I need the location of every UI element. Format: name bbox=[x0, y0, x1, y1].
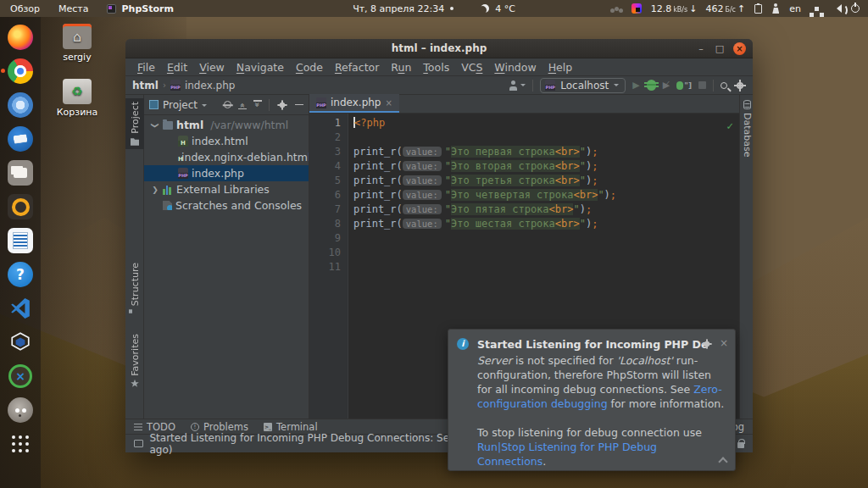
search-everywhere-icon[interactable] bbox=[721, 82, 727, 89]
breadcrumb-root[interactable]: html bbox=[132, 80, 159, 92]
tree-item-name: Scratches and Consoles bbox=[175, 199, 302, 212]
tree-item-index-html[interactable]: index.html bbox=[144, 133, 309, 149]
debug-bug-icon bbox=[676, 81, 683, 90]
locate-file-icon[interactable] bbox=[224, 101, 231, 108]
app-indicator-icon[interactable] bbox=[632, 3, 642, 14]
code-token: ; bbox=[592, 218, 598, 230]
stop-button[interactable] bbox=[698, 81, 706, 89]
dock-item-chrome[interactable] bbox=[3, 58, 37, 85]
code-token: print_r( bbox=[353, 203, 403, 215]
run-button[interactable]: ▶ bbox=[632, 80, 639, 91]
tree-chevron-icon[interactable]: ❯ bbox=[151, 186, 159, 194]
dock-item-firefox[interactable] bbox=[3, 24, 37, 51]
code-token: print_r( bbox=[353, 189, 403, 201]
dock-item-writer[interactable] bbox=[3, 227, 37, 254]
menu-window[interactable]: Window bbox=[489, 59, 541, 75]
clock-menu[interactable]: Чт, 8 апреля 22:34 4 °C bbox=[353, 3, 515, 14]
database-icon bbox=[743, 100, 751, 109]
workspaces-icon[interactable] bbox=[615, 7, 619, 11]
toolwindow-tab-project[interactable]: Project bbox=[125, 98, 144, 149]
tree-item-index-nginx-debian-html[interactable]: index.nginx-debian.html bbox=[144, 149, 309, 165]
user-profile-button[interactable] bbox=[509, 80, 526, 91]
dock-item-rhythmbox[interactable] bbox=[3, 193, 37, 220]
notification-link[interactable]: Run|Stop Listening for PHP Debug Connect… bbox=[477, 441, 657, 468]
volume-icon[interactable] bbox=[832, 4, 842, 13]
tree-item-index-php[interactable]: index.php bbox=[144, 165, 309, 181]
menu-vcs[interactable]: VCS bbox=[456, 59, 487, 75]
keyboard-layout-indicator[interactable]: en bbox=[789, 3, 801, 14]
lock-icon[interactable] bbox=[737, 442, 744, 448]
code-token: <br> bbox=[555, 146, 580, 158]
tree-item-html[interactable]: ❯html/var/www/html bbox=[144, 117, 309, 133]
dock-item-vscode[interactable] bbox=[3, 295, 37, 322]
dock-item-remmina[interactable]: × bbox=[3, 363, 37, 390]
toolwindow-button-terminal[interactable]: Terminal bbox=[264, 421, 318, 433]
toolwindow-tab-favorites[interactable]: Favorites bbox=[125, 330, 144, 391]
tree-item-scratches-and-consoles[interactable]: Scratches and Consoles bbox=[144, 197, 309, 214]
activities-button[interactable]: Обзор bbox=[10, 3, 40, 14]
expand-all-icon[interactable] bbox=[238, 100, 247, 109]
toolwindow-button-problems[interactable]: Problems bbox=[191, 421, 248, 433]
accessibility-icon[interactable] bbox=[771, 3, 780, 14]
close-tab-icon[interactable]: × bbox=[385, 98, 392, 108]
dock-item-thunderbird[interactable] bbox=[3, 125, 37, 152]
hide-panel-icon[interactable] bbox=[295, 104, 303, 106]
menu-view[interactable]: View bbox=[194, 59, 230, 75]
network-icon[interactable] bbox=[815, 7, 819, 11]
breadcrumb-file[interactable]: index.php bbox=[185, 80, 235, 92]
desktop-icon-home[interactable]: sergiy bbox=[45, 24, 109, 63]
dock-item-help[interactable]: ? bbox=[3, 261, 37, 288]
dock-item-gimp[interactable] bbox=[3, 396, 37, 424]
tree-item-name: html bbox=[176, 119, 203, 131]
menu-run[interactable]: Run bbox=[386, 59, 416, 75]
home-folder-icon bbox=[63, 24, 92, 49]
ubuntu-dock: ?× bbox=[0, 17, 41, 488]
close-button[interactable]: × bbox=[733, 42, 746, 55]
code-token: Это третья строка bbox=[451, 175, 555, 186]
net-speed-indicator[interactable]: 12.8 kB/s ↓ 462 Б/c ↑ bbox=[651, 3, 746, 14]
places-menu[interactable]: Места bbox=[58, 3, 88, 14]
run-configuration-select[interactable]: Localhost bbox=[540, 78, 626, 93]
toolwindow-tab-database[interactable]: Database bbox=[740, 100, 754, 158]
menu-tools[interactable]: Tools bbox=[418, 59, 454, 75]
code-token: Это вторая строка bbox=[451, 160, 555, 172]
maximize-button[interactable]: □ bbox=[715, 44, 725, 53]
settings-gear-icon[interactable] bbox=[734, 80, 746, 92]
dock-item-files[interactable] bbox=[3, 159, 37, 186]
dock-item-virtualbox[interactable] bbox=[3, 329, 37, 356]
menu-file[interactable]: File bbox=[132, 59, 160, 75]
menu-edit[interactable]: Edit bbox=[162, 59, 192, 75]
toolwindow-tab-structure[interactable]: Structure bbox=[125, 259, 144, 321]
collapse-all-icon[interactable] bbox=[253, 100, 262, 109]
project-panel-header: Project bbox=[144, 95, 309, 115]
chevron-down-icon bbox=[202, 104, 207, 109]
desktop-icon-trash[interactable]: Корзина bbox=[45, 79, 109, 118]
minimize-button[interactable]: – bbox=[696, 44, 706, 53]
menu-help[interactable]: Help bbox=[543, 59, 578, 75]
listen-php-debug-button[interactable]: "] bbox=[676, 81, 692, 90]
clipboard-indicator-icon[interactable] bbox=[754, 4, 762, 14]
app-menu[interactable]: PhpStorm bbox=[107, 3, 173, 14]
notification-close-icon[interactable]: × bbox=[720, 336, 728, 351]
panel-settings-gear-icon[interactable] bbox=[277, 100, 287, 109]
tree-chevron-icon[interactable]: ❯ bbox=[151, 121, 159, 130]
toolwindow-toggle-icon[interactable] bbox=[134, 440, 143, 447]
info-icon: i bbox=[457, 338, 469, 350]
menu-code[interactable]: Code bbox=[291, 59, 328, 75]
menu-refactor[interactable]: Refactor bbox=[330, 59, 384, 75]
line-number: 5 bbox=[309, 174, 341, 188]
project-view-select[interactable]: Project bbox=[163, 99, 198, 111]
menu-navigate[interactable]: Navigate bbox=[231, 59, 289, 75]
chevron-down-icon bbox=[614, 84, 619, 89]
run-with-coverage-button[interactable]: ▶̸ bbox=[663, 80, 670, 91]
editor-tab-indexphp[interactable]: index.php × bbox=[309, 94, 399, 113]
dock-item-appgrid[interactable] bbox=[3, 430, 37, 458]
window-titlebar[interactable]: html – index.php – □ × bbox=[125, 39, 753, 58]
notification-settings-gear-icon[interactable] bbox=[702, 339, 711, 348]
dock-item-chromium[interactable] bbox=[3, 92, 37, 119]
power-icon[interactable] bbox=[851, 4, 860, 13]
debug-button[interactable] bbox=[647, 80, 656, 91]
tree-item-external-libraries[interactable]: ❯External Libraries bbox=[144, 181, 309, 197]
weather-moon-icon bbox=[481, 4, 489, 13]
toolwindow-button-todo[interactable]: TODO bbox=[134, 421, 175, 433]
